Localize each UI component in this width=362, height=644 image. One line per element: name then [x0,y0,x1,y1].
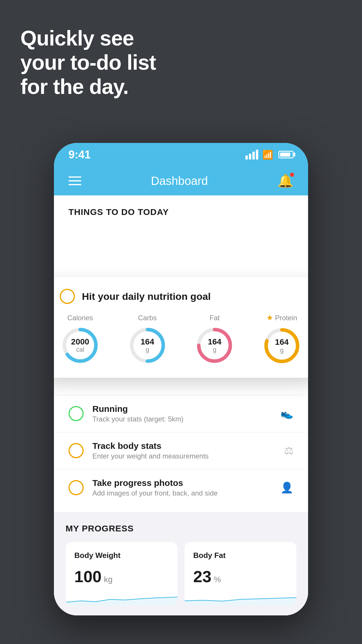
todo-circle-running [68,406,84,421]
body-fat-chart [184,591,296,605]
todo-list: Running Track your stats (target: 5km) 👟… [54,395,308,506]
nutrition-card-title: Hit your daily nutrition goal [82,291,211,302]
nutrition-card[interactable]: Hit your daily nutrition goal Calories [54,277,308,378]
body-fat-unit: % [214,575,221,584]
progress-section: MY PROGRESS Body Weight 100 kg [54,512,308,615]
nutrition-item-calories: Calories 2000 cal [60,314,101,366]
status-time: 9:41 [68,148,91,161]
protein-label: ★ Protein [266,313,297,322]
fat-label: Fat [210,314,220,322]
todo-title-body-stats: Track body stats [92,441,275,451]
person-icon: 👤 [280,482,294,494]
body-weight-title: Body Weight [74,551,169,560]
things-heading: THINGS TO DO TODAY [68,207,169,217]
todo-item-body-stats[interactable]: Track body stats Enter your weight and m… [54,432,308,469]
app-header: Dashboard 🔔 [54,166,308,195]
body-weight-unit: kg [104,575,113,584]
headline: Quickly see your to-do list for the day. [20,26,156,99]
things-section-header: THINGS TO DO TODAY [54,195,308,223]
todo-item-running[interactable]: Running Track your stats (target: 5km) 👟 [54,395,308,432]
star-icon: ★ [266,313,273,322]
scale-icon: ⚖ [284,444,294,457]
body-weight-value-row: 100 kg [74,567,169,586]
todo-subtitle-body-stats: Enter your weight and measurements [92,452,275,460]
body-weight-value: 100 [74,567,101,586]
nutrition-item-fat: Fat 164 g [194,314,235,366]
progress-heading: MY PROGRESS [66,524,296,533]
wifi-icon: 📶 [262,150,273,160]
nutrition-card-header: Hit your daily nutrition goal [60,289,302,304]
todo-subtitle-running: Track your stats (target: 5km) [92,415,272,423]
fat-donut: 164 g [194,325,235,366]
app-content: THINGS TO DO TODAY Hit your daily nutrit… [54,195,308,615]
todo-title-photos: Take progress photos [92,478,272,488]
menu-button[interactable] [68,176,81,185]
todo-item-photos[interactable]: Take progress photos Add images of your … [54,469,308,506]
calories-label: Calories [67,314,93,322]
body-fat-value-row: 23 % [193,567,288,586]
nutrition-item-carbs: Carbs 164 g [127,314,168,366]
nutrition-item-protein: ★ Protein 164 g [261,313,302,366]
shoe-icon: 👟 [280,407,294,420]
phone-screen: 9:41 📶 Dashboard 🔔 [54,143,308,615]
battery-icon [278,151,294,158]
progress-cards: Body Weight 100 kg [66,542,296,605]
signal-icon [245,150,258,160]
nutrition-circles: Calories 2000 cal [60,313,302,366]
notification-dot [289,172,295,177]
body-fat-card[interactable]: Body Fat 23 % [184,542,296,605]
status-icons: 📶 [245,150,294,160]
todo-text-running: Running Track your stats (target: 5km) [92,404,272,423]
body-weight-chart [66,591,178,605]
todo-subtitle-photos: Add images of your front, back, and side [92,489,272,497]
body-fat-value: 23 [193,567,211,586]
phone-mockup: 9:41 📶 Dashboard 🔔 [54,143,308,615]
status-bar: 9:41 📶 [54,143,308,166]
carbs-donut: 164 g [127,325,168,366]
todo-circle-body-stats [68,443,84,458]
carbs-label: Carbs [138,314,157,322]
body-fat-title: Body Fat [193,551,288,560]
protein-donut: 164 g [261,325,302,366]
notifications-button[interactable]: 🔔 [277,173,294,188]
todo-text-photos: Take progress photos Add images of your … [92,478,272,497]
todo-circle-photos [68,480,84,495]
todo-text-body-stats: Track body stats Enter your weight and m… [92,441,275,460]
body-weight-card[interactable]: Body Weight 100 kg [66,542,178,605]
nutrition-check-circle [60,289,75,304]
todo-title-running: Running [92,404,272,414]
header-title: Dashboard [151,174,208,188]
calories-donut: 2000 cal [60,325,101,366]
